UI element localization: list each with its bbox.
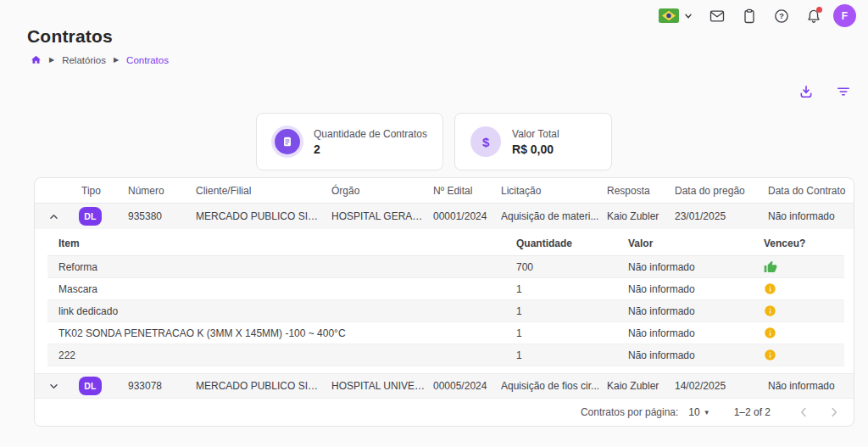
breadcrumb-item-relatorios[interactable]: Relatórios: [62, 55, 106, 65]
caret-down-icon: ▼: [704, 409, 710, 416]
collapse-row-button[interactable]: [35, 210, 72, 223]
item-row: TK02 SONDA PENETRACAO K (3MM X 145MM) -1…: [47, 322, 844, 344]
contract-items-section: Item Quantidade Valor Venceu? Reforma 70…: [47, 232, 844, 366]
summary-cards: Quantidade de Contratos 2 $ Valor Total …: [0, 113, 868, 170]
licitacao-cell: Aquisição de fios cir...: [501, 380, 607, 392]
home-icon[interactable]: [31, 54, 42, 65]
clipboard-button[interactable]: [737, 5, 762, 27]
quantidade-column-header: Quantidade: [516, 237, 628, 249]
table-pagination: Contratos por página: 10 ▼ 1–2 of 2: [35, 399, 854, 426]
licitacao-cell: Aquisição de materi...: [501, 210, 607, 222]
card-text: Quantidade de Contratos 2: [314, 128, 427, 156]
column-header-data-pregao: Data do pregão: [675, 185, 768, 197]
column-header-tipo: Tipo: [72, 185, 128, 197]
help-button[interactable]: ?: [769, 5, 794, 27]
avatar[interactable]: F: [833, 4, 856, 27]
item-row: link dedicado 1 Não informado: [47, 300, 844, 322]
language-selector[interactable]: [659, 8, 693, 23]
item-row: Reforma 700 Não informado: [47, 256, 844, 278]
table-header-row: Tipo Número Cliente/Filial Órgão Nº Edit…: [35, 178, 854, 204]
breadcrumb-separator: ▶: [49, 56, 54, 64]
column-header-orgao: Órgão: [331, 185, 433, 197]
item-venceu: [764, 327, 844, 339]
item-valor: Não informado: [628, 261, 764, 273]
info-icon: [764, 327, 776, 339]
item-row: Mascara 1 Não informado: [47, 278, 844, 300]
card-label: Quantidade de Contratos: [314, 128, 427, 140]
pagination-range: 1–2 of 2: [734, 406, 771, 418]
column-header-numero: Número: [128, 185, 196, 197]
cliente-cell: MERCADO PUBLICO SISTEMA: [196, 380, 331, 392]
item-name: 222: [47, 349, 516, 361]
item-row: 222 1 Não informado: [47, 344, 844, 366]
edital-cell: 00001/2024: [433, 210, 501, 222]
mail-button[interactable]: [704, 5, 730, 27]
item-venceu: [764, 305, 844, 317]
venceu-column-header: Venceu?: [764, 237, 844, 249]
per-page-select[interactable]: 10 ▼: [688, 406, 709, 418]
column-header-edital: Nº Edital: [433, 185, 501, 197]
download-button[interactable]: [793, 81, 819, 103]
chevron-down-icon: [47, 380, 60, 393]
item-quantidade: 1: [516, 283, 628, 295]
numero-cell: 933078: [128, 380, 196, 392]
breadcrumb-item-contratos[interactable]: Contratos: [126, 55, 169, 65]
item-valor: Não informado: [628, 327, 764, 339]
items-header-row: Item Quantidade Valor Venceu?: [47, 232, 844, 256]
page-title: Contratos: [27, 26, 868, 47]
tipo-cell: DL: [72, 377, 128, 395]
mail-icon: [709, 8, 726, 25]
info-icon: [764, 305, 776, 317]
notification-badge: [816, 7, 822, 13]
item-quantidade: 700: [516, 261, 628, 273]
data-pregao-cell: 14/02/2025: [675, 380, 768, 392]
column-header-data-contrato: Data do Contrato: [768, 185, 854, 197]
previous-page-button[interactable]: [794, 403, 813, 422]
table-actions: [0, 81, 856, 102]
tipo-cell: DL: [72, 207, 128, 226]
item-valor: Não informado: [628, 305, 764, 317]
item-venceu: [764, 349, 844, 361]
next-page-button[interactable]: [825, 403, 843, 422]
item-venceu: [764, 282, 844, 295]
item-column-header: Item: [47, 237, 516, 249]
notifications-button[interactable]: [801, 5, 826, 27]
chevron-down-icon: [684, 12, 693, 20]
filter-button[interactable]: [831, 81, 856, 103]
card-valor-total: $ Valor Total R$ 0,00: [454, 113, 612, 170]
expand-row-button[interactable]: [35, 380, 72, 393]
clipboard-icon: [741, 8, 758, 25]
contract-row[interactable]: DL 935380 MERCADO PUBLICO SISTEMA HOSPIT…: [35, 204, 854, 229]
item-name: Mascara: [47, 283, 516, 295]
data-contrato-cell: Não informado: [768, 380, 854, 392]
item-quantidade: 1: [516, 349, 628, 361]
cliente-cell: MERCADO PUBLICO SISTEMA: [196, 210, 331, 222]
item-valor: Não informado: [628, 283, 764, 295]
info-icon: [764, 282, 776, 295]
resposta-cell: Kaio Zubler: [607, 380, 675, 392]
thumbs-up-icon: [764, 260, 777, 274]
item-name: link dedicado: [47, 305, 516, 317]
resposta-cell: Kaio Zubler: [607, 210, 675, 222]
numero-cell: 935380: [128, 210, 196, 222]
contract-row[interactable]: DL 933078 MERCADO PUBLICO SISTEMA HOSPIT…: [35, 373, 854, 399]
contracts-table: Tipo Número Cliente/Filial Órgão Nº Edit…: [34, 177, 854, 427]
card-label: Valor Total: [512, 128, 559, 140]
orgao-cell: HOSPITAL UNIVERS...: [331, 380, 433, 392]
breadcrumb-separator: ▶: [114, 56, 119, 64]
card-value: 2: [314, 142, 427, 156]
item-quantidade: 1: [516, 327, 628, 339]
edital-cell: 00005/2024: [433, 380, 501, 392]
item-name: TK02 SONDA PENETRACAO K (3MM X 145MM) -1…: [47, 327, 516, 339]
info-icon: [764, 349, 776, 361]
column-header-cliente: Cliente/Filial: [196, 185, 331, 197]
card-text: Valor Total R$ 0,00: [512, 128, 559, 156]
chevron-left-icon: [796, 405, 811, 420]
per-page-value: 10: [688, 406, 699, 418]
item-quantidade: 1: [516, 305, 628, 317]
item-name: Reforma: [47, 261, 516, 273]
dollar-icon: $: [470, 126, 501, 157]
column-header-licitacao: Licitação: [501, 185, 607, 197]
chevron-up-icon: [47, 210, 60, 223]
help-icon: ?: [773, 8, 790, 25]
